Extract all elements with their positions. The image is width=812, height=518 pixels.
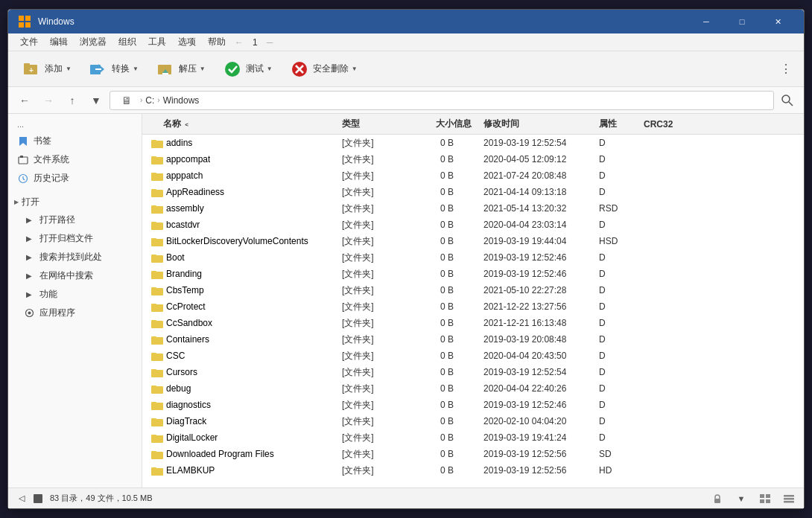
table-row[interactable]: appcompat [文件夹] 0 B 2020-04-05 12:09:12 … (142, 151, 804, 167)
folder-icon (151, 383, 163, 394)
table-row[interactable]: diagnostics [文件夹] 0 B 2019-03-19 12:52:4… (142, 397, 804, 413)
table-row[interactable]: BitLockerDiscoveryVolumeContents [文件夹] 0… (142, 233, 804, 249)
status-back-button[interactable]: ◁ (14, 491, 29, 506)
svg-rect-57 (151, 402, 156, 404)
file-size: 0 B (402, 203, 454, 214)
table-row[interactable]: ELAMBKUP [文件夹] 0 B 2019-03-19 12:52:56 H… (142, 462, 804, 479)
col-header-attrs[interactable]: 属性 (599, 118, 644, 130)
status-list-view-button[interactable] (756, 490, 774, 508)
sidebar-open-section[interactable]: ▶ 打开 (8, 194, 142, 211)
svg-rect-29 (151, 173, 156, 175)
file-type: [文件夹] (342, 186, 402, 199)
extract-button[interactable]: 解压 ▼ (148, 55, 212, 83)
sidebar-open-path[interactable]: ▶ 打开路径 (8, 211, 142, 229)
table-row[interactable]: addins [文件夹] 0 B 2019-03-19 12:52:54 D (142, 135, 804, 151)
address-path[interactable]: 🖥 › C: › Windows (110, 91, 774, 110)
sidebar-function[interactable]: ▶ 功能 (8, 285, 142, 304)
menu-sep1: ← (235, 37, 244, 48)
col-header-type[interactable]: 类型 (342, 118, 402, 130)
path-c[interactable]: C: (145, 95, 154, 106)
col-header-size[interactable]: 大小 (402, 118, 454, 130)
menu-file[interactable]: 文件 (14, 34, 44, 50)
table-row[interactable]: bcastdvr [文件夹] 0 B 2020-04-04 23:03:14 D (142, 217, 804, 233)
computer-icon: 🖥 (116, 90, 137, 111)
table-row[interactable]: DiagTrack [文件夹] 0 B 2020-02-10 04:04:20 … (142, 413, 804, 429)
path-dropdown-button[interactable]: ▼ (86, 90, 107, 111)
table-row[interactable]: CbsTemp [文件夹] 0 B 2021-05-10 22:27:28 D (142, 282, 804, 298)
menu-num[interactable]: 1 (247, 36, 264, 49)
status-grid-view-button[interactable] (780, 490, 798, 508)
extract-icon (155, 59, 176, 80)
toolbar-more-button[interactable]: ⋮ (774, 59, 798, 79)
sidebar-search[interactable]: ▶ 搜索并找到此处 (8, 248, 142, 266)
convert-dropdown-arrow: ▼ (133, 65, 139, 72)
file-size: 0 B (402, 449, 454, 459)
status-dropdown-button[interactable]: ▼ (732, 490, 750, 508)
open-archive-icon: ▶ (23, 233, 35, 245)
folder-icon (151, 448, 163, 460)
table-row[interactable]: Cursors [文件夹] 0 B 2019-03-19 12:52:54 D (142, 364, 804, 380)
folder-icon (151, 219, 163, 231)
table-row[interactable]: CcSandbox [文件夹] 0 B 2021-12-21 16:13:48 … (142, 315, 804, 331)
sidebar-open-archive[interactable]: ▶ 打开归档文件 (8, 229, 142, 248)
sidebar-item-bookmarks[interactable]: 书签 (8, 132, 142, 150)
menu-organize[interactable]: 组织 (112, 34, 142, 50)
file-name: CcSandbox (166, 318, 212, 328)
file-type: [文件夹] (342, 170, 402, 182)
up-button[interactable]: ↑ (62, 90, 83, 111)
delete-button[interactable]: 安全删除 ▼ (282, 55, 364, 83)
menu-browser[interactable]: 浏览器 (74, 34, 112, 50)
folder-icon (151, 317, 163, 329)
menu-options[interactable]: 选项 (172, 34, 202, 50)
history-label: 历史记录 (34, 172, 69, 185)
col-header-crc32[interactable]: CRC32 (644, 119, 688, 130)
sidebar-app[interactable]: 应用程序 (8, 304, 142, 322)
forward-button[interactable]: → (38, 90, 59, 111)
minimize-button[interactable]: ─ (689, 10, 723, 33)
close-button[interactable]: ✕ (761, 10, 795, 33)
file-modified: 2019-03-19 12:52:56 (483, 465, 599, 476)
maximize-button[interactable]: □ (725, 10, 759, 33)
file-type: [文件夹] (342, 383, 402, 395)
table-row[interactable]: Downloaded Program Files [文件夹] 0 B 2019-… (142, 446, 804, 462)
file-size: 0 B (402, 416, 454, 426)
table-row[interactable]: AppReadiness [文件夹] 0 B 2021-04-14 09:13:… (142, 184, 804, 200)
file-modified: 2021-12-21 16:13:48 (483, 318, 599, 328)
menu-tools[interactable]: 工具 (142, 34, 172, 50)
table-row[interactable]: Branding [文件夹] 0 B 2019-03-19 12:52:46 D (142, 266, 804, 282)
sidebar-item-history[interactable]: 历史记录 (8, 169, 142, 188)
table-row[interactable]: apppatch [文件夹] 0 B 2021-07-24 20:08:48 D (142, 167, 804, 184)
table-row[interactable]: CSC [文件夹] 0 B 2020-04-04 20:43:50 D (142, 348, 804, 364)
convert-button[interactable]: 转换 ▼ (81, 55, 145, 83)
table-row[interactable]: CcProtect [文件夹] 0 B 2021-12-22 13:27:56 … (142, 298, 804, 315)
search-button[interactable] (777, 90, 798, 111)
file-type: [文件夹] (342, 464, 402, 477)
table-row[interactable]: Boot [文件夹] 0 B 2019-03-19 12:52:46 D (142, 249, 804, 266)
table-row[interactable]: assembly [文件夹] 0 B 2021-05-14 13:20:32 R… (142, 200, 804, 217)
sidebar-more[interactable]: ... (8, 117, 142, 132)
file-name: Containers (166, 334, 209, 345)
col-header-info[interactable]: 信息 (454, 118, 483, 130)
sidebar: ... 书签 文件系统 历史记录 (8, 114, 142, 487)
svg-rect-68 (766, 494, 770, 498)
file-name: bcastdvr (166, 220, 200, 230)
table-row[interactable]: Containers [文件夹] 0 B 2019-03-19 20:08:48… (142, 331, 804, 348)
svg-rect-51 (151, 353, 156, 355)
sidebar-item-filesystem[interactable]: 文件系统 (8, 150, 142, 169)
menu-help[interactable]: 帮助 (202, 34, 232, 50)
file-type: [文件夹] (342, 301, 402, 313)
menu-edit[interactable]: 编辑 (44, 34, 74, 50)
file-size: 0 B (402, 285, 454, 295)
file-name: diagnostics (166, 400, 211, 410)
add-button[interactable]: + 添加 ▼ (14, 55, 78, 83)
test-button[interactable]: 测试 ▼ (215, 55, 279, 83)
menu-sep2: ─ (267, 37, 273, 48)
file-name: CSC (166, 351, 185, 361)
col-header-name[interactable]: 名称 < (148, 118, 342, 130)
col-header-modified[interactable]: 修改时间 (483, 118, 599, 130)
table-row[interactable]: DigitalLocker [文件夹] 0 B 2019-03-19 19:41… (142, 429, 804, 446)
sidebar-network[interactable]: ▶ 在网络中搜索 (8, 266, 142, 285)
table-row[interactable]: debug [文件夹] 0 B 2020-04-04 22:40:26 D (142, 380, 804, 397)
back-button[interactable]: ← (14, 90, 35, 111)
path-windows[interactable]: Windows (163, 95, 200, 106)
